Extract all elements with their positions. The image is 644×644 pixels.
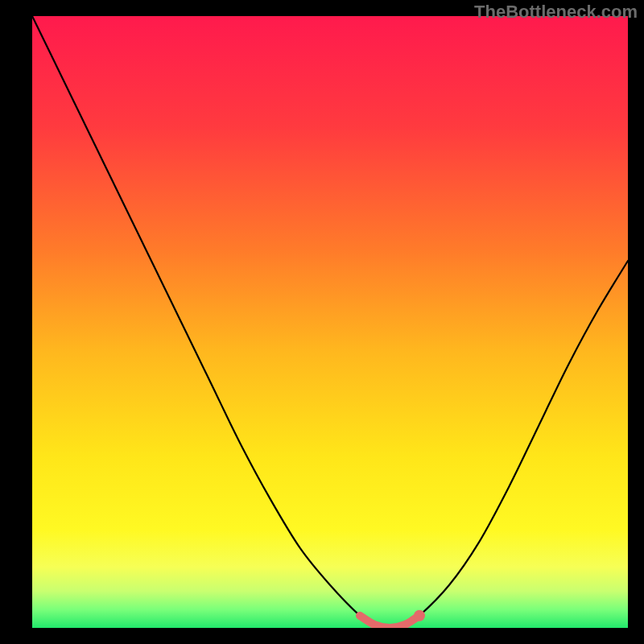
- watermark-text: TheBottleneck.com: [474, 2, 638, 23]
- gradient-rect: [32, 16, 628, 628]
- chart-frame: TheBottleneck.com: [0, 0, 644, 644]
- plot-area: [32, 16, 628, 628]
- background-gradient: [32, 16, 628, 628]
